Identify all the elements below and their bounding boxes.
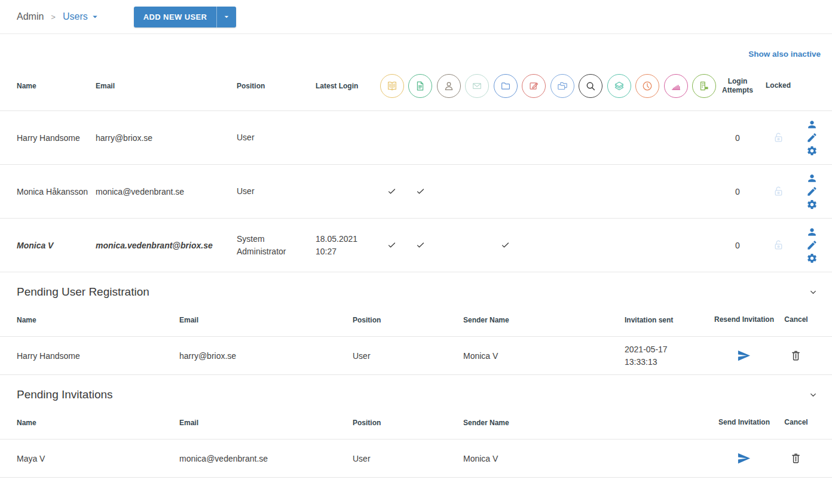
header-cancel: Cancel [774, 315, 818, 324]
user-position: User [237, 185, 316, 198]
pending-email: monica@vedenbrant.se [179, 454, 353, 463]
header-email: Email [179, 316, 353, 324]
latest-login-time: 10:27 [316, 245, 374, 258]
pending-email: harry@briox.se [179, 351, 353, 361]
send-invitation-button[interactable] [737, 451, 751, 466]
users-table-body: Harry Handsomeharry@briox.seUser0Monica … [0, 111, 832, 272]
edit-user-button[interactable] [806, 239, 818, 251]
folders-icon [550, 74, 574, 98]
edit-user-button[interactable] [806, 132, 818, 144]
module-header-cell [520, 74, 549, 98]
chevron-down-icon [809, 288, 818, 297]
resend-invitation-button[interactable] [737, 349, 751, 363]
collapse-pending-invitations-button[interactable] [809, 391, 818, 399]
top-bar: Admin > Users ADD NEW USER [0, 0, 832, 34]
add-new-user-label: ADD NEW USER [134, 7, 217, 27]
header-email: Email [96, 82, 237, 90]
module-header-cell [690, 74, 719, 98]
pending-registration-title: Pending User Registration [17, 285, 149, 299]
table-row: Harry Handsomeharry@briox.seUser0 [0, 111, 832, 165]
pending-registration-section-header: Pending User Registration [0, 272, 832, 303]
user-email: monica@vedenbrant.se [96, 187, 237, 196]
users-table-header: Name Email Position Latest Login Login A… [0, 61, 832, 111]
header-latest-login: Latest Login [316, 82, 378, 90]
module-access-cell [378, 186, 406, 196]
user-position: System Administrator [237, 233, 316, 258]
user-name: Harry Handsome [17, 133, 96, 143]
invitation-sent-date: 2021-05-17 [625, 343, 714, 356]
header-send-invitation: Send Invitation [714, 418, 774, 427]
latest-login-date: 18.05.2021 [316, 233, 374, 245]
unlocked-lock-icon [757, 185, 800, 198]
user-settings-button[interactable] [806, 253, 818, 265]
user-email: harry@briox.se [96, 133, 237, 143]
header-cancel: Cancel [774, 418, 818, 427]
user-name: Monica V [17, 241, 96, 250]
table-row: Harry Handsomeharry@briox.seUserMonica V… [0, 337, 832, 375]
pending-name: Maya V [17, 454, 179, 463]
header-position: Position [353, 419, 463, 427]
module-header-cell [435, 74, 463, 98]
pending-invitations-section-header: Pending Invitations [0, 375, 832, 406]
module-header-cell [491, 74, 520, 98]
add-new-user-button[interactable]: ADD NEW USER [134, 7, 237, 27]
header-position: Position [353, 316, 463, 324]
chevron-down-icon [809, 391, 818, 399]
module-access-cell [406, 186, 435, 196]
user-profile-button[interactable] [806, 119, 818, 131]
cancel-invitation-button[interactable] [790, 452, 803, 465]
folder-icon [494, 74, 518, 98]
check-icon [415, 186, 426, 196]
user-profile-button[interactable] [806, 226, 818, 238]
table-row: Monica Vmonica.vedenbrant@briox.seSystem… [0, 219, 832, 272]
header-login-attempts: Login Attempts [718, 77, 757, 95]
cancel-invitation-button[interactable] [790, 349, 803, 362]
row-actions [800, 173, 824, 211]
login-attempts-value: 0 [718, 241, 757, 250]
bar-chart-icon [664, 74, 688, 98]
pending-invitations-body: Maya Vmonica@vedenbrant.seUserMonica V [0, 440, 832, 478]
breadcrumb-separator: > [51, 13, 56, 21]
module-header-cell [406, 74, 435, 98]
module-header-cell [548, 74, 577, 98]
pending-sender: Monica V [463, 454, 625, 463]
header-email: Email [179, 419, 353, 427]
breadcrumb-users-dropdown[interactable]: Users [63, 11, 100, 22]
header-locked: Locked [757, 81, 800, 90]
user-settings-button[interactable] [806, 145, 818, 157]
check-icon [387, 186, 397, 196]
pending-sender: Monica V [463, 351, 625, 361]
breadcrumb-admin[interactable]: Admin [17, 11, 44, 22]
header-name: Name [17, 82, 96, 90]
module-header-cell [378, 74, 406, 98]
show-also-inactive-link[interactable]: Show also inactive [748, 50, 821, 59]
edit-icon [522, 74, 546, 98]
header-position: Position [237, 82, 316, 90]
latest-login: 18.05.202110:27 [316, 233, 378, 258]
check-icon [387, 240, 397, 250]
pending-invitations-header: Name Email Position Sender Name Send Inv… [0, 406, 832, 440]
module-access-cell [491, 240, 520, 250]
check-icon [415, 240, 426, 250]
edit-user-button[interactable] [806, 186, 818, 198]
row-actions [800, 226, 824, 265]
pending-name: Harry Handsome [17, 351, 179, 361]
user-position: User [237, 131, 316, 144]
breadcrumb: Admin > Users [17, 11, 100, 22]
header-sender-name: Sender Name [463, 316, 625, 324]
add-user-dropdown-toggle[interactable] [216, 7, 236, 27]
user-name: Monica Håkansson [17, 187, 96, 196]
person-icon [437, 74, 461, 98]
module-header-cell [577, 74, 605, 98]
clock-icon [635, 74, 659, 98]
user-settings-button[interactable] [806, 199, 818, 211]
invitation-sent: 2021-05-1713:33:13 [625, 343, 714, 368]
module-header-cell [634, 74, 662, 98]
user-profile-button[interactable] [806, 173, 818, 185]
book-icon [380, 74, 404, 98]
collapse-pending-registration-button[interactable] [809, 288, 818, 297]
invitation-sent-time: 13:33:13 [625, 356, 714, 368]
pending-position: User [353, 351, 463, 361]
pending-invitations-title: Pending Invitations [17, 388, 113, 401]
breadcrumb-users-label: Users [63, 11, 88, 22]
